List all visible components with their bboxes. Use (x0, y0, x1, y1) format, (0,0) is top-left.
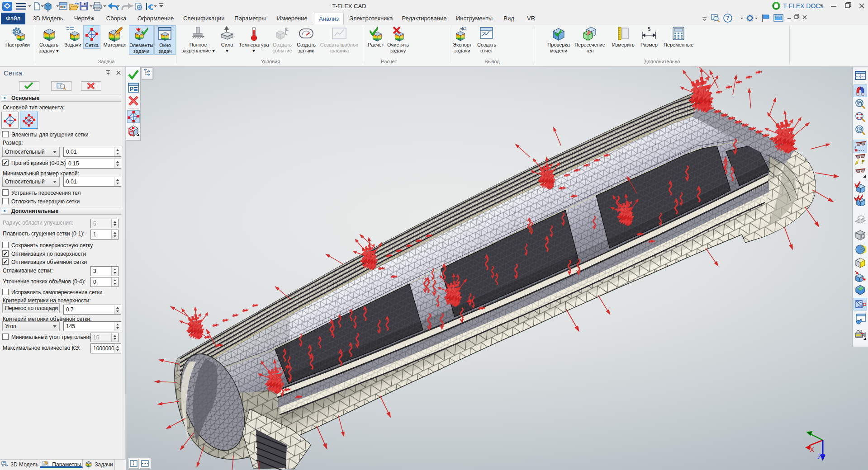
svg-text:?: ? (726, 15, 729, 21)
svg-text:X: X (810, 446, 814, 453)
svg-text:Z: Z (817, 453, 821, 461)
svg-text:E: E (286, 27, 289, 32)
svg-text:P: P (130, 86, 133, 92)
svg-text:5: 5 (648, 26, 650, 32)
